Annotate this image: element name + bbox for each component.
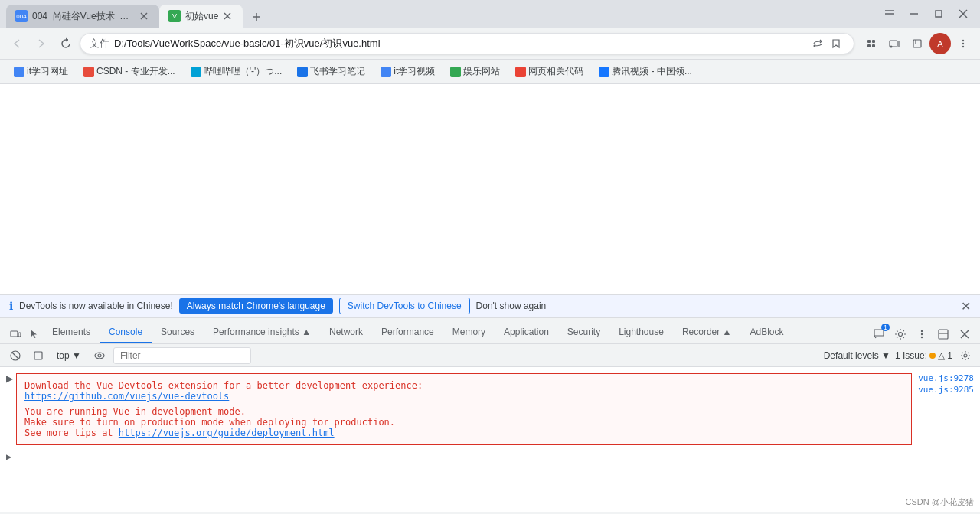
bookmark-video[interactable]: it学习视频	[374, 63, 441, 80]
tab1-title: 004_尚硅谷Vue技术_插建Vue开...	[32, 10, 135, 23]
tab-performance-insights[interactable]: Performance insights ▲	[204, 322, 320, 343]
issues-count: 1 Issue: △ 1	[895, 350, 952, 361]
profile-avatar[interactable]: A	[929, 33, 951, 54]
bookmark-csdn[interactable]: CSDN - 专业开发...	[77, 63, 181, 80]
bookmark-label: CSDN - 专业开发...	[96, 65, 175, 78]
bookmark-favicon	[14, 67, 24, 77]
bookmark-favicon	[450, 67, 461, 77]
tab-adblock[interactable]: AdBlock	[740, 322, 792, 343]
new-tab-button[interactable]	[246, 6, 267, 28]
save-button[interactable]	[906, 33, 928, 54]
tab-sources[interactable]: Sources	[152, 322, 204, 343]
tab-bar: 004 004_尚硅谷Vue技术_插建Vue开... V 初始vue	[0, 0, 980, 28]
dont-show-again-link[interactable]: Don't show again	[476, 301, 547, 311]
devtools-settings-button[interactable]	[891, 325, 910, 343]
bookmark-code[interactable]: 网页相关代码	[509, 63, 590, 80]
tab-console-label: Console	[109, 327, 142, 337]
console-prompt: ▶	[0, 448, 980, 465]
notification-close-button[interactable]: ✕	[961, 299, 971, 314]
back-button[interactable]	[6, 33, 28, 54]
bookmark-label: 腾讯视频 - 中国领...	[612, 65, 692, 78]
svg-rect-13	[872, 40, 875, 43]
tab1-close[interactable]	[138, 10, 150, 22]
url-bar[interactable]: 文件 D:/Tools/VueWorkSpace/vue-basic/01-初识…	[80, 33, 854, 54]
forward-button[interactable]	[31, 33, 52, 54]
bookmark-tencent[interactable]: 腾讯视频 - 中国领...	[593, 63, 698, 80]
tab-console[interactable]: Console	[100, 322, 152, 343]
reload-button[interactable]	[55, 33, 77, 54]
default-levels-label: Default levels ▼	[824, 350, 890, 361]
devtools-select-toggle[interactable]	[24, 325, 43, 343]
svg-point-26	[899, 333, 903, 337]
console-eye-button[interactable]	[90, 346, 109, 365]
extensions-button[interactable]	[861, 33, 882, 54]
watermark: CSDN @小花皮猪	[906, 496, 974, 508]
close-button[interactable]	[952, 3, 974, 24]
tab-application[interactable]: Application	[495, 322, 558, 343]
tab-inactive[interactable]: 004 004_尚硅谷Vue技术_插建Vue开...	[6, 5, 159, 28]
console-toolbar-right: Default levels ▼ 1 Issue: △ 1	[824, 347, 974, 364]
svg-rect-18	[913, 40, 921, 47]
devtools-close-button[interactable]	[956, 325, 974, 343]
tab-performance-label: Performance	[381, 327, 434, 337]
devtools-customize-button[interactable]	[913, 325, 931, 343]
share-url-button[interactable]	[809, 35, 826, 52]
bookmark-it-study[interactable]: it学习网址	[8, 63, 74, 80]
devtools-device-toggle[interactable]	[6, 325, 24, 343]
svg-rect-14	[867, 44, 871, 47]
tab-recorder[interactable]: Recorder ▲	[673, 322, 741, 343]
console-filter-input[interactable]	[113, 347, 251, 364]
tab-network[interactable]: Network	[320, 322, 372, 343]
bookmark-favicon	[515, 67, 526, 77]
console-output: ▶ Download the Vue Devtools extension fo…	[0, 367, 980, 512]
bookmark-favicon	[297, 67, 308, 77]
tab-security-label: Security	[567, 327, 600, 337]
tab-elements[interactable]: Elements	[43, 322, 100, 343]
warning-link-1[interactable]: https://github.com/vuejs/vue-devtools	[24, 391, 903, 402]
bookmark-feishu[interactable]: 飞书学习笔记	[291, 63, 371, 80]
switch-to-chinese-button[interactable]: Switch DevTools to Chinese	[339, 298, 470, 314]
bookmark-entertainment[interactable]: 娱乐网站	[444, 63, 506, 80]
svg-rect-24	[18, 333, 21, 337]
maximize-button[interactable]	[928, 3, 949, 24]
cast-button[interactable]	[884, 33, 905, 54]
address-bar: 文件 D:/Tools/VueWorkSpace/vue-basic/01-初识…	[0, 28, 980, 60]
console-preserve-log[interactable]	[29, 346, 47, 365]
devtools-undock-button[interactable]	[934, 325, 952, 343]
console-source-2[interactable]: vue.js:9285	[918, 385, 974, 395]
svg-rect-23	[11, 331, 18, 337]
context-label: top ▼	[57, 350, 81, 361]
console-settings-button[interactable]	[957, 347, 974, 364]
tab-active[interactable]: V 初始vue	[159, 5, 243, 28]
bookmark-button[interactable]	[828, 35, 844, 52]
svg-point-20	[962, 39, 964, 41]
vue-devtools-link[interactable]: https://github.com/vuejs/vue-devtools	[24, 391, 229, 402]
bookmark-bilibili[interactable]: 哔哩哔哩（'-'）つ...	[185, 63, 289, 80]
account-button[interactable]: A	[929, 33, 951, 54]
chrome-menu-button[interactable]	[952, 33, 974, 54]
svg-point-28	[921, 333, 923, 335]
prompt-arrow: ▶	[6, 451, 11, 462]
tab-security[interactable]: Security	[558, 322, 609, 343]
chrome-menu-btn[interactable]	[879, 3, 900, 24]
minimize-button[interactable]	[903, 3, 925, 24]
console-source-1[interactable]: vue.js:9278	[918, 373, 974, 383]
always-match-language-button[interactable]: Always match Chrome's language	[179, 298, 333, 314]
expand-icon[interactable]: ▶	[6, 373, 13, 384]
tab2-close[interactable]	[221, 10, 234, 22]
tab-performance[interactable]: Performance	[372, 322, 443, 343]
info-icon: ℹ	[9, 300, 13, 312]
console-sources: vue.js:9278 vue.js:9285	[918, 373, 974, 395]
bookmark-favicon	[599, 67, 609, 77]
warning-box: Download the Vue Devtools extension for …	[16, 373, 912, 445]
warning-line-4: Make sure to turn on production mode whe…	[24, 417, 903, 428]
tab-memory[interactable]: Memory	[443, 322, 495, 343]
notification-text: DevTools is now available in Chinese!	[19, 301, 173, 311]
default-levels-selector[interactable]: Default levels ▼	[824, 350, 890, 361]
bookmark-favicon	[381, 67, 391, 77]
console-clear-button[interactable]	[6, 346, 24, 365]
devtools-feedback-button[interactable]: 1	[870, 325, 888, 343]
tab-lighthouse[interactable]: Lighthouse	[609, 322, 673, 343]
context-selector[interactable]: top ▼	[52, 347, 86, 364]
deployment-link[interactable]: https://vuejs.org/guide/deployment.html	[119, 428, 335, 438]
